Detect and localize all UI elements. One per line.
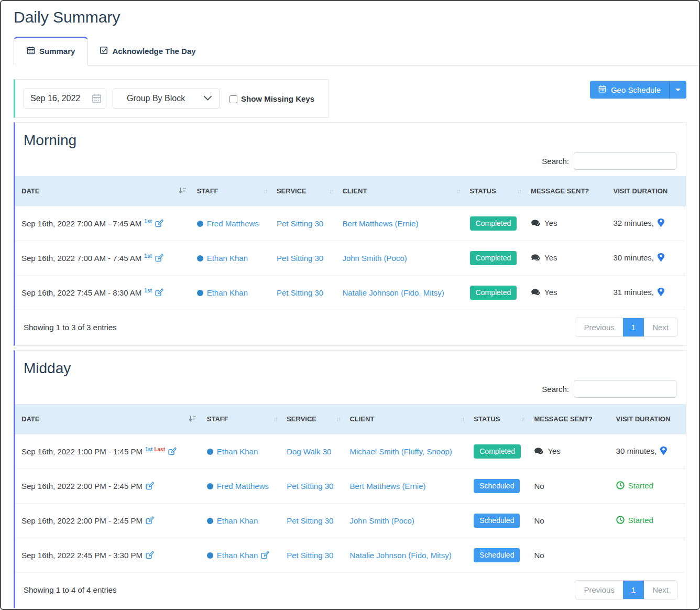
geo-schedule-split-button: Geo Schedule — [590, 81, 686, 99]
sort-icon: ↓↑ — [517, 188, 520, 195]
tab-bar: Summary Acknowledge The Day — [14, 37, 699, 66]
last-visit-tag: Last — [154, 446, 165, 452]
staff-link[interactable]: Fred Matthews — [217, 482, 269, 491]
calendar-icon — [27, 46, 35, 56]
staff-link[interactable]: Fred Matthews — [207, 219, 259, 228]
service-link[interactable]: Pet Sitting 30 — [287, 516, 333, 525]
map-pin-icon[interactable] — [658, 289, 664, 298]
geo-schedule-dropdown-toggle[interactable] — [670, 81, 686, 99]
pagination-page-1[interactable]: 1 — [623, 581, 644, 599]
status-badge: Completed — [470, 286, 517, 300]
geo-schedule-label: Geo Schedule — [611, 85, 661, 94]
tab-acknowledge-the-day[interactable]: Acknowledge The Day — [88, 37, 207, 65]
table-row: Sep 16th, 2022 7:45 AM - 8:30 AM1st Etha… — [15, 276, 686, 310]
column-header-client[interactable]: CLIENT↓↑ — [344, 404, 468, 434]
edit-visit-icon[interactable] — [155, 253, 163, 264]
column-header-visit-duration: VISIT DURATION — [611, 404, 686, 434]
pagination-page-1[interactable]: 1 — [623, 318, 644, 336]
first-visit-tag: 1st — [145, 446, 152, 452]
client-link[interactable]: Natalie Johnson (Fido, Mitsy) — [342, 288, 444, 297]
staff-link[interactable]: Ethan Khan — [207, 254, 248, 263]
map-pin-icon[interactable] — [660, 448, 667, 457]
search-input[interactable] — [574, 152, 676, 170]
visit-duration-value: 32 minutes, — [613, 219, 654, 227]
search-input[interactable] — [574, 380, 676, 398]
section-title: Morning — [15, 132, 686, 149]
pagination-next[interactable]: Next — [644, 581, 677, 599]
staff-color-dot — [207, 518, 213, 524]
map-pin-icon[interactable] — [658, 220, 664, 229]
column-header-service[interactable]: SERVICE↓↑ — [281, 404, 344, 434]
staff-link[interactable]: Ethan Khan — [207, 288, 248, 297]
edit-visit-icon[interactable] — [155, 219, 163, 229]
client-link[interactable]: John Smith (Poco) — [349, 516, 414, 525]
edit-visit-icon[interactable] — [145, 481, 154, 492]
edit-visit-icon[interactable] — [155, 288, 163, 298]
column-header-message-sent: MESSAGE SENT? — [526, 176, 608, 206]
client-link[interactable]: Bert Matthews (Ernie) — [342, 219, 418, 228]
column-header-date[interactable]: DATE — [15, 404, 202, 434]
pagination: Previous 1 Next — [575, 318, 677, 337]
pagination-previous[interactable]: Previous — [575, 581, 622, 599]
calendar-icon[interactable] — [92, 93, 102, 105]
visit-date: Sep 16th, 2022 2:00 PM - 2:45 PM — [21, 482, 143, 491]
first-visit-tag: 1st — [144, 219, 151, 224]
message-sent-value: No — [534, 482, 544, 491]
service-link[interactable]: Pet Sitting 30 — [287, 482, 333, 491]
pagination-previous[interactable]: Previous — [575, 318, 622, 336]
status-badge: Scheduled — [474, 548, 520, 562]
client-link[interactable]: Bert Matthews (Ernie) — [349, 482, 425, 491]
service-link[interactable]: Dog Walk 30 — [287, 447, 331, 456]
clock-icon — [616, 517, 625, 526]
column-header-service[interactable]: SERVICE↓↑ — [271, 176, 337, 206]
staff-color-dot — [207, 552, 213, 559]
client-link[interactable]: Michael Smith (Fluffy, Snoop) — [349, 447, 452, 456]
pagination-next[interactable]: Next — [644, 318, 677, 336]
search-row: Search: — [15, 152, 686, 170]
column-header-staff[interactable]: STAFF↓↑ — [192, 176, 271, 206]
show-missing-keys-checkbox[interactable] — [229, 95, 237, 103]
edit-visit-icon[interactable] — [145, 550, 154, 561]
staff-link[interactable]: Ethan Khan — [217, 516, 258, 525]
column-header-staff[interactable]: STAFF↓↑ — [202, 404, 281, 434]
table-header-row: DATE STAFF↓↑ SERVICE↓↑ CLIENT↓↑ STATUS↓↑ — [15, 404, 686, 434]
message-sent-value: Yes — [544, 253, 557, 262]
visits-table-morning: DATE STAFF↓↑ SERVICE↓↑ CLIENT↓↑ STATUS↓↑ — [15, 176, 686, 310]
table-row: Sep 16th, 2022 2:00 PM - 2:45 PM Ethan K… — [15, 504, 686, 538]
staff-link[interactable]: Ethan Khan — [217, 551, 258, 560]
filter-row: Group By Block Show Missing Keys Geo Sch… — [14, 79, 686, 118]
service-link[interactable]: Pet Sitting 30 — [277, 219, 323, 228]
edit-staff-icon[interactable] — [260, 550, 269, 561]
staff-link[interactable]: Ethan Khan — [217, 447, 258, 456]
service-link[interactable]: Pet Sitting 30 — [277, 288, 323, 297]
map-pin-icon[interactable] — [658, 255, 664, 264]
search-label: Search: — [542, 385, 569, 394]
sort-desc-icon — [188, 415, 196, 423]
staff-color-dot — [197, 221, 203, 227]
clock-icon — [616, 482, 625, 491]
show-missing-keys-label: Show Missing Keys — [241, 94, 314, 103]
service-link[interactable]: Pet Sitting 30 — [287, 551, 333, 560]
message-sent-value: No — [534, 516, 544, 525]
column-header-status[interactable]: STATUS↓↑ — [465, 176, 526, 206]
visit-date: Sep 16th, 2022 2:00 PM - 2:45 PM — [21, 516, 143, 525]
tab-summary-label: Summary — [39, 47, 75, 56]
client-link[interactable]: Natalie Johnson (Fido, Mitsy) — [349, 551, 451, 560]
service-link[interactable]: Pet Sitting 30 — [277, 254, 323, 263]
edit-visit-icon[interactable] — [168, 446, 177, 457]
client-link[interactable]: John Smith (Poco) — [342, 254, 407, 263]
visits-table-midday: DATE STAFF↓↑ SERVICE↓↑ CLIENT↓↑ STATUS↓↑ — [15, 404, 686, 573]
group-by-select[interactable]: Group By Block — [113, 89, 220, 108]
column-header-date[interactable]: DATE — [15, 176, 192, 206]
visit-started-status: Started — [628, 516, 653, 525]
column-header-client[interactable]: CLIENT↓↑ — [337, 176, 464, 206]
table-row: Sep 16th, 2022 7:00 AM - 7:45 AM1st Etha… — [15, 241, 686, 276]
comments-icon — [534, 448, 543, 456]
column-header-status[interactable]: STATUS↓↑ — [468, 404, 529, 434]
pagination: Previous 1 Next — [575, 580, 677, 600]
geo-schedule-button[interactable]: Geo Schedule — [590, 81, 669, 99]
visit-duration-value: 31 minutes, — [613, 288, 654, 297]
edit-visit-icon[interactable] — [145, 516, 154, 526]
table-row: Sep 16th, 2022 2:00 PM - 2:45 PM Fred Ma… — [15, 469, 686, 504]
tab-summary[interactable]: Summary — [14, 37, 88, 66]
